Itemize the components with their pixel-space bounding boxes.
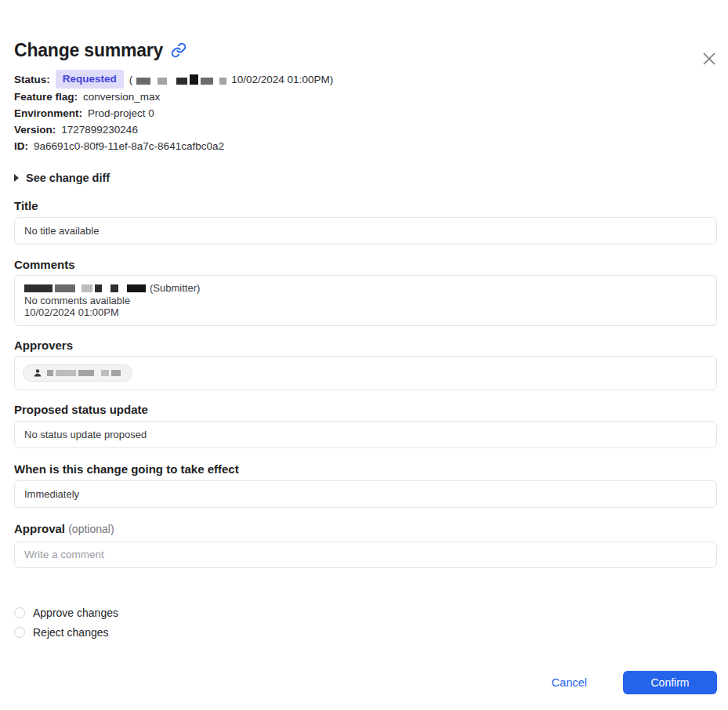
- approve-changes-radio[interactable]: [14, 607, 25, 618]
- link-icon: [171, 42, 187, 58]
- reject-changes-label[interactable]: Reject changes: [33, 626, 109, 639]
- environment-value: Prod-project 0: [88, 105, 154, 121]
- reject-changes-radio[interactable]: [14, 627, 25, 638]
- change-summary-modal: Change summary Status: Requested ( 10/02…: [0, 39, 728, 710]
- reject-changes-row: Reject changes: [14, 626, 717, 639]
- proposed-status-box: No status update proposed: [14, 421, 717, 448]
- status-date: 10/02/2024 01:00PM): [231, 71, 333, 88]
- redacted-requester-name: [136, 74, 226, 85]
- title-value-box: No title available: [14, 217, 717, 245]
- proposed-status-heading: Proposed status update: [14, 403, 717, 416]
- approval-comment-input[interactable]: [14, 542, 717, 568]
- modal-header: Change summary: [14, 39, 717, 61]
- decision-radio-group: Approve changes Reject changes: [14, 607, 717, 639]
- status-label: Status:: [14, 71, 50, 88]
- environment-label: Environment:: [14, 105, 82, 121]
- feature-flag-value: conversion_max: [83, 89, 160, 105]
- id-line: ID: 9a6691c0-80f9-11ef-8a7c-8641cafbc0a2: [14, 138, 717, 154]
- disclosure-triangle-icon: [14, 174, 19, 182]
- submitter-line: (Submitter): [24, 282, 707, 295]
- approve-changes-label[interactable]: Approve changes: [33, 607, 118, 619]
- copy-link-button[interactable]: [171, 42, 187, 58]
- feature-flag-label: Feature flag:: [14, 89, 78, 105]
- comment-body: No comments available: [24, 295, 707, 307]
- approver-chip: [23, 364, 132, 382]
- title-section-heading: Title: [14, 199, 717, 212]
- status-badge: Requested: [56, 70, 124, 89]
- comments-box: (Submitter) No comments available 10/02/…: [14, 275, 717, 326]
- status-paren: (: [129, 71, 133, 88]
- feature-flag-line: Feature flag: conversion_max: [14, 89, 717, 105]
- id-label: ID:: [14, 138, 28, 154]
- redacted-submitter-name: [24, 284, 146, 292]
- comment-timestamp: 10/02/2024 01:00PM: [24, 306, 707, 319]
- approval-optional-label: (optional): [68, 523, 114, 535]
- metadata-list: Status: Requested ( 10/02/2024 01:00PM) …: [14, 70, 717, 154]
- close-button[interactable]: [699, 49, 719, 69]
- approve-changes-row: Approve changes: [14, 607, 717, 619]
- id-value: 9a6691c0-80f9-11ef-8a7c-8641cafbc0a2: [34, 138, 224, 154]
- approvers-section-heading: Approvers: [14, 339, 717, 352]
- modal-footer: Cancel Confirm: [14, 671, 717, 694]
- see-change-diff-label: See change diff: [26, 172, 110, 184]
- proposed-status-value: No status update proposed: [24, 429, 147, 440]
- version-line: Version: 1727899230246: [14, 121, 717, 138]
- approvers-box: [14, 356, 717, 390]
- page-title: Change summary: [14, 39, 163, 61]
- title-value: No title available: [24, 225, 99, 237]
- confirm-button[interactable]: Confirm: [623, 671, 717, 694]
- approval-heading-label: Approval: [14, 522, 65, 535]
- version-label: Version:: [14, 121, 56, 138]
- effect-box: Immediately: [14, 480, 717, 508]
- comments-section-heading: Comments: [14, 258, 717, 271]
- redacted-approver-name: [47, 370, 121, 376]
- see-change-diff-toggle[interactable]: See change diff: [14, 171, 717, 184]
- approval-heading: Approval (optional): [14, 522, 717, 536]
- close-icon: [700, 49, 719, 68]
- effect-heading: When is this change going to take effect: [14, 462, 717, 476]
- status-line: Status: Requested ( 10/02/2024 01:00PM): [14, 70, 717, 89]
- cancel-button[interactable]: Cancel: [552, 676, 587, 689]
- submitter-suffix: (Submitter): [150, 282, 200, 295]
- environment-line: Environment: Prod-project 0: [14, 105, 717, 121]
- effect-value: Immediately: [24, 488, 79, 500]
- person-icon: [33, 368, 42, 378]
- version-value: 1727899230246: [61, 121, 138, 138]
